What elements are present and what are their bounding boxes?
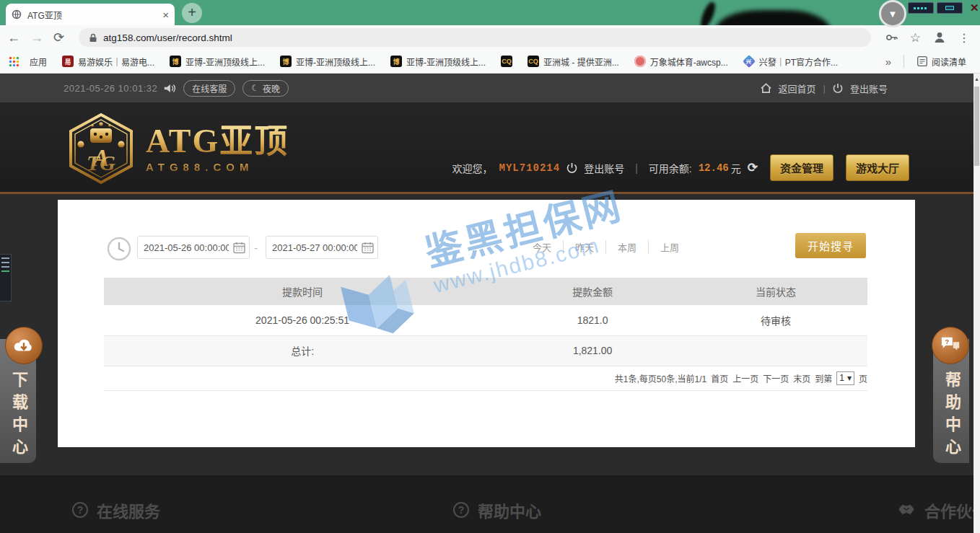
col-withdraw-amount: 提款金额 xyxy=(501,278,684,305)
password-key-icon[interactable] xyxy=(885,32,898,43)
bookmarks-bar: 应用 易 易游娱乐｜易游电... 博 亚博-亚洲顶级线上... 博 亚博-亚洲顶… xyxy=(0,50,980,74)
footer-online-service: ? 在线服务 xyxy=(72,498,422,521)
forward-icon[interactable]: → xyxy=(30,31,43,44)
calendar-icon[interactable] xyxy=(233,242,245,254)
withdraw-record-table: 提款时间 提款金额 当前状态 2021-05-26 00:25:51 1821.… xyxy=(104,278,867,391)
calendar-icon[interactable] xyxy=(362,242,374,254)
cell-withdraw-time: 2021-05-26 00:25:51 xyxy=(104,305,501,335)
total-label: 总计: xyxy=(104,335,501,366)
home-icon xyxy=(761,83,771,93)
footer-partners: 合作伙伴 xyxy=(897,498,980,521)
bookmark-item[interactable]: 博 亚博-亚洲顶级线上... xyxy=(385,53,491,70)
pagination-prev[interactable]: 上一页 xyxy=(732,372,758,384)
handshake-icon xyxy=(897,503,916,517)
recorder-panel-icon[interactable] xyxy=(908,2,934,14)
browser-tab[interactable]: ATG亚顶 × xyxy=(6,4,175,25)
balance-refresh-icon[interactable]: ⟳ xyxy=(748,160,758,175)
bookmark-favicon xyxy=(634,56,646,67)
back-icon[interactable]: ← xyxy=(7,31,20,44)
end-date-input[interactable] xyxy=(272,242,357,253)
balance-label: 可用余额: xyxy=(649,161,692,175)
site-footer: ? 在线服务 ? 帮助中心 合作伙伴 xyxy=(0,475,980,533)
bookmarks-overflow-icon[interactable]: » xyxy=(881,56,896,68)
bookmark-favicon: 博 xyxy=(170,56,181,67)
bookmark-item[interactable]: 万象城体育-awcsp... xyxy=(629,53,733,70)
bookmark-favicon: 博 xyxy=(280,56,292,67)
moon-icon: ☾ xyxy=(251,83,259,93)
bookmark-item[interactable]: 博 亚博-亚洲顶级线上... xyxy=(165,53,270,70)
quick-link-last-week[interactable]: 上周 xyxy=(648,240,691,254)
tab-close-icon[interactable]: × xyxy=(162,9,169,20)
welcome-label: 欢迎您， xyxy=(452,161,493,175)
power-icon xyxy=(833,83,843,94)
help-center-button[interactable]: ? xyxy=(932,327,969,364)
start-date-field[interactable] xyxy=(137,236,250,259)
night-mode-toggle[interactable]: ☾ 夜晚 xyxy=(242,80,289,97)
recorder-toolbar: ✕ xyxy=(908,1,979,15)
bookmark-item[interactable]: 易 易游娱乐｜易游电... xyxy=(57,53,159,70)
url-text[interactable]: atg158.com/user/record.shtml xyxy=(103,32,232,43)
total-amount: 1,821.00 xyxy=(501,335,684,366)
address-bar[interactable]: atg158.com/user/record.shtml xyxy=(79,28,871,47)
bookmark-item[interactable]: 兴 兴發｜PT官方合作... xyxy=(738,53,843,70)
pagination-next[interactable]: 下一页 xyxy=(763,372,789,384)
quick-link-this-week[interactable]: 本周 xyxy=(605,240,648,254)
bookmark-favicon: 兴 xyxy=(743,55,756,68)
scrollbar-up-icon[interactable]: ▲ xyxy=(974,74,980,82)
search-button[interactable]: 开始搜寻 xyxy=(795,233,866,258)
recorder-close-icon[interactable]: ✕ xyxy=(966,1,979,14)
apps-grid-icon[interactable] xyxy=(9,56,19,67)
divider: | xyxy=(823,83,826,94)
bookmark-favicon: 博 xyxy=(390,56,402,67)
pagination-last[interactable]: 末页 xyxy=(793,372,810,384)
bookmark-item[interactable]: CQ 亚洲城 - 提供亚洲... xyxy=(522,53,624,70)
svg-text:TG: TG xyxy=(87,151,115,175)
game-lobby-button[interactable]: 游戏大厅 xyxy=(846,154,909,181)
end-date-field[interactable] xyxy=(266,236,378,259)
reading-list-button[interactable]: 阅读清单 xyxy=(912,53,971,70)
balance-unit: 元 xyxy=(731,161,741,175)
bookmark-item[interactable]: CQ xyxy=(496,53,517,69)
quick-link-today[interactable]: 今天 xyxy=(521,240,563,254)
home-link[interactable]: 返回首页 xyxy=(779,82,816,95)
lock-icon xyxy=(89,33,97,43)
bookmark-favicon: 易 xyxy=(62,56,74,67)
mini-dock-widget[interactable] xyxy=(0,254,12,301)
bookmark-star-icon[interactable]: ☆ xyxy=(910,30,921,45)
scrollbar-thumb[interactable] xyxy=(974,87,979,166)
reload-icon[interactable]: ⟳ xyxy=(53,31,64,44)
cell-current-status: 待审核 xyxy=(684,305,867,335)
download-center-label: 下载中心 xyxy=(0,371,36,461)
funds-management-button[interactable]: 资金管理 xyxy=(770,154,834,181)
bookmark-item[interactable]: 博 亚博-亚洲顶级线上... xyxy=(275,53,380,70)
site-logo[interactable]: A TG ATG亚顶 ATG88.COM xyxy=(66,113,289,185)
server-time: 2021-05-26 10:01:32 xyxy=(64,83,157,94)
cell-withdraw-amount: 1821.0 xyxy=(501,305,684,335)
table-row: 2021-05-26 00:25:51 1821.0 待审核 xyxy=(104,305,867,335)
chrome-menu-icon[interactable]: ⋮ xyxy=(958,31,970,45)
bookmark-favicon: CQ xyxy=(528,56,539,67)
favicon-globe-icon xyxy=(12,9,22,19)
speaker-icon[interactable] xyxy=(163,83,176,94)
page-select[interactable]: 1 ▾ xyxy=(836,371,854,385)
reading-list-icon xyxy=(917,56,927,66)
start-date-input[interactable] xyxy=(144,242,229,253)
profile-avatar-icon[interactable] xyxy=(932,30,947,45)
site-header: A TG ATG亚顶 ATG88.COM 欢迎您， MYL710214 登出账号… xyxy=(0,102,980,194)
browser-toolbar: ← → ⟳ atg158.com/user/record.shtml ☆ ⋮ xyxy=(0,25,980,50)
quick-link-yesterday[interactable]: 昨天 xyxy=(563,240,605,254)
download-center-button[interactable] xyxy=(5,327,43,364)
online-service-button[interactable]: 在线客服 xyxy=(183,80,235,97)
table-header-row: 提款时间 提款金额 当前状态 xyxy=(104,278,867,305)
extension-record-icon[interactable]: ▼ xyxy=(879,0,906,27)
bookmark-apps[interactable]: 应用 xyxy=(25,53,52,70)
logout-link[interactable]: 登出账号 xyxy=(850,82,888,95)
bookmark-favicon: CQ xyxy=(501,56,512,67)
recorder-panel-icon[interactable] xyxy=(937,2,963,14)
header-logout-link[interactable]: 登出账号 xyxy=(584,161,624,175)
browser-tabstrip: ATG亚顶 × + ▼ ✕ xyxy=(0,0,980,25)
page-scrollbar[interactable]: ▲ xyxy=(974,74,980,533)
new-tab-button[interactable]: + xyxy=(182,3,202,23)
pagination-first[interactable]: 首页 xyxy=(711,372,728,384)
logo-hexagon-icon: A TG xyxy=(66,113,136,185)
